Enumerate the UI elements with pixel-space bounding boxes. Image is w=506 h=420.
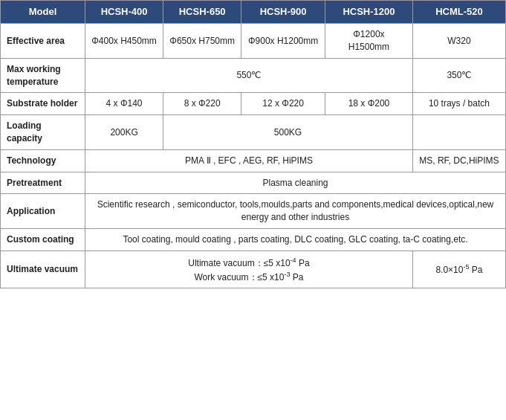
vacuum-unit2: Pa: [290, 272, 303, 282]
row-application: Application Scientific research , semico…: [1, 194, 506, 229]
label-vacuum: Ultimate vacuum: [1, 251, 85, 288]
label-pretreatment: Pretreatment: [1, 172, 85, 194]
header-hcsh900: HCSH-900: [241, 1, 325, 24]
cell-technology-520: MS, RF, DC,HiPIMS: [412, 149, 505, 172]
label-loading: Loading capacity: [1, 115, 85, 150]
vacuum-last-unit: Pa: [469, 265, 482, 275]
row-vacuum: Ultimate vacuum Ultimate vacuum：≤5 x10-4…: [1, 251, 506, 288]
cell-technology-main: PMA Ⅱ , EFC , AEG, RF, HiPIMS: [85, 149, 413, 172]
cell-temp-520: 350℃: [412, 58, 505, 93]
vacuum-main-line2: Work vacuum：≤5 x10: [194, 272, 284, 282]
row-technology: Technology PMA Ⅱ , EFC , AEG, RF, HiPIMS…: [1, 149, 506, 172]
cell-substrate-900: 12 x Φ220: [241, 93, 325, 115]
vacuum-main-line1: Ultimate vacuum：≤5 x10: [188, 258, 290, 268]
row-effective-area: Effective area Φ400x H450mm Φ650x H750mm…: [1, 24, 506, 59]
row-loading: Loading capacity 200KG 500KG: [1, 115, 506, 150]
cell-substrate-1200: 18 x Φ200: [325, 93, 413, 115]
cell-custom-coating: Tool coating, mould coating , parts coat…: [85, 228, 506, 251]
cell-effective-400: Φ400x H450mm: [85, 24, 163, 59]
cell-substrate-520: 10 trays / batch: [412, 93, 505, 115]
label-max-temp: Max working temperature: [1, 58, 85, 93]
header-hcml520: HCML-520: [412, 1, 505, 24]
cell-loading-520: [412, 115, 505, 150]
header-hcsh1200: HCSH-1200: [325, 1, 413, 24]
label-technology: Technology: [1, 149, 85, 172]
header-hcsh400: HCSH-400: [85, 1, 163, 24]
cell-effective-650: Φ650x H750mm: [163, 24, 241, 59]
header-hcsh650: HCSH-650: [163, 1, 241, 24]
row-max-temp: Max working temperature 550℃ 350℃: [1, 58, 506, 93]
cell-effective-900: Φ900x H1200mm: [241, 24, 325, 59]
cell-substrate-650: 8 x Φ220: [163, 93, 241, 115]
cell-temp-main: 550℃: [85, 58, 413, 93]
label-application: Application: [1, 194, 85, 229]
cell-pretreatment: Plasma cleaning: [85, 172, 506, 194]
label-effective-area: Effective area: [1, 24, 85, 59]
label-custom-coating: Custom coating: [1, 228, 85, 251]
cell-application: Scientific research , semiconductor, too…: [85, 194, 506, 229]
cell-vacuum-520: 8.0×10-5 Pa: [412, 251, 505, 288]
vacuum-last-text: 8.0×10: [435, 265, 463, 275]
vacuum-unit1: Pa: [296, 258, 310, 268]
label-substrate: Substrate holder: [1, 93, 85, 115]
comparison-table: Model HCSH-400 HCSH-650 HCSH-900 HCSH-12…: [0, 0, 506, 288]
cell-loading-400: 200KG: [85, 115, 163, 150]
vacuum-exp1: -4: [291, 256, 296, 264]
cell-effective-520: W320: [412, 24, 505, 59]
row-pretreatment: Pretreatment Plasma cleaning: [1, 172, 506, 194]
cell-substrate-400: 4 x Φ140: [85, 93, 163, 115]
header-model: Model: [1, 1, 85, 24]
cell-loading-main: 500KG: [163, 115, 413, 150]
cell-effective-1200: Φ1200x H1500mm: [325, 24, 413, 59]
row-substrate: Substrate holder 4 x Φ140 8 x Φ220 12 x …: [1, 93, 506, 115]
cell-vacuum-main: Ultimate vacuum：≤5 x10-4 Pa Work vacuum：…: [85, 251, 413, 288]
row-custom-coating: Custom coating Tool coating, mould coati…: [1, 228, 506, 251]
